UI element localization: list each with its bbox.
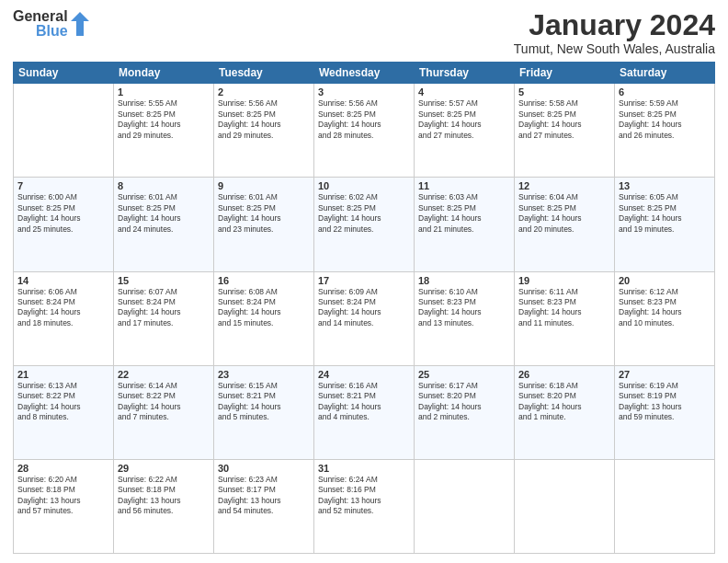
col-monday: Monday xyxy=(114,63,214,84)
table-cell: 7Sunrise: 6:00 AM Sunset: 8:25 PM Daylig… xyxy=(14,178,114,271)
table-cell: 27Sunrise: 6:19 AM Sunset: 8:19 PM Dayli… xyxy=(615,365,715,459)
cell-content: Sunrise: 6:00 AM Sunset: 8:25 PM Dayligh… xyxy=(17,192,109,235)
day-number: 19 xyxy=(518,275,610,286)
day-number: 14 xyxy=(17,275,109,286)
day-number: 30 xyxy=(218,463,310,474)
cell-content: Sunrise: 6:13 AM Sunset: 8:22 PM Dayligh… xyxy=(17,381,109,423)
table-cell: 21Sunrise: 6:13 AM Sunset: 8:22 PM Dayli… xyxy=(14,365,114,459)
table-cell: 3Sunrise: 5:56 AM Sunset: 8:25 PM Daylig… xyxy=(314,84,415,178)
cell-content: Sunrise: 6:08 AM Sunset: 8:24 PM Dayligh… xyxy=(218,287,310,329)
table-cell xyxy=(14,84,114,178)
table-cell: 18Sunrise: 6:10 AM Sunset: 8:23 PM Dayli… xyxy=(415,271,515,365)
cell-content: Sunrise: 5:55 AM Sunset: 8:25 PM Dayligh… xyxy=(118,98,210,141)
day-number: 24 xyxy=(318,369,410,380)
cell-content: Sunrise: 6:10 AM Sunset: 8:23 PM Dayligh… xyxy=(418,287,510,329)
table-cell: 22Sunrise: 6:14 AM Sunset: 8:22 PM Dayli… xyxy=(114,365,214,459)
month-year-title: January 2024 xyxy=(514,9,715,41)
table-cell: 10Sunrise: 6:02 AM Sunset: 8:25 PM Dayli… xyxy=(314,178,415,271)
day-number: 26 xyxy=(518,369,610,380)
table-cell: 12Sunrise: 6:04 AM Sunset: 8:25 PM Dayli… xyxy=(515,178,615,271)
day-number: 4 xyxy=(418,86,510,98)
day-number: 8 xyxy=(118,180,210,191)
table-cell: 1Sunrise: 5:55 AM Sunset: 8:25 PM Daylig… xyxy=(114,84,214,178)
cell-content: Sunrise: 6:20 AM Sunset: 8:18 PM Dayligh… xyxy=(17,475,109,517)
cell-content: Sunrise: 6:12 AM Sunset: 8:23 PM Dayligh… xyxy=(619,287,711,329)
table-cell: 16Sunrise: 6:08 AM Sunset: 8:24 PM Dayli… xyxy=(214,271,314,365)
day-number: 20 xyxy=(619,275,711,286)
cell-content: Sunrise: 6:01 AM Sunset: 8:25 PM Dayligh… xyxy=(118,192,210,235)
cell-content: Sunrise: 6:09 AM Sunset: 8:24 PM Dayligh… xyxy=(318,287,410,329)
cell-content: Sunrise: 6:01 AM Sunset: 8:25 PM Dayligh… xyxy=(218,192,310,235)
day-number: 13 xyxy=(619,180,711,191)
day-number: 12 xyxy=(518,180,610,191)
day-number: 5 xyxy=(518,86,610,98)
cell-content: Sunrise: 6:22 AM Sunset: 8:18 PM Dayligh… xyxy=(118,475,210,517)
table-cell: 19Sunrise: 6:11 AM Sunset: 8:23 PM Dayli… xyxy=(515,271,615,365)
table-cell: 23Sunrise: 6:15 AM Sunset: 8:21 PM Dayli… xyxy=(214,365,314,459)
cell-content: Sunrise: 6:23 AM Sunset: 8:17 PM Dayligh… xyxy=(218,475,310,517)
header: General Blue January 2024 Tumut, New Sou… xyxy=(13,9,715,56)
table-cell xyxy=(415,459,515,553)
table-cell: 31Sunrise: 6:24 AM Sunset: 8:16 PM Dayli… xyxy=(314,459,415,553)
svg-marker-0 xyxy=(71,12,89,36)
title-block: January 2024 Tumut, New South Wales, Aus… xyxy=(514,9,715,56)
table-cell: 14Sunrise: 6:06 AM Sunset: 8:24 PM Dayli… xyxy=(14,271,114,365)
cell-content: Sunrise: 6:17 AM Sunset: 8:20 PM Dayligh… xyxy=(418,381,510,423)
day-number: 16 xyxy=(218,275,310,286)
col-friday: Friday xyxy=(515,63,615,84)
calendar-week-row: 21Sunrise: 6:13 AM Sunset: 8:22 PM Dayli… xyxy=(14,365,715,459)
col-tuesday: Tuesday xyxy=(214,63,314,84)
table-cell: 6Sunrise: 5:59 AM Sunset: 8:25 PM Daylig… xyxy=(615,84,715,178)
table-cell: 20Sunrise: 6:12 AM Sunset: 8:23 PM Dayli… xyxy=(615,271,715,365)
table-cell xyxy=(615,459,715,553)
cell-content: Sunrise: 5:57 AM Sunset: 8:25 PM Dayligh… xyxy=(418,98,510,141)
cell-content: Sunrise: 6:04 AM Sunset: 8:25 PM Dayligh… xyxy=(518,192,610,235)
table-cell: 15Sunrise: 6:07 AM Sunset: 8:24 PM Dayli… xyxy=(114,271,214,365)
day-number: 22 xyxy=(118,369,210,380)
day-number: 27 xyxy=(619,369,711,380)
page: General Blue January 2024 Tumut, New Sou… xyxy=(0,0,728,563)
day-number: 9 xyxy=(218,180,310,191)
cell-content: Sunrise: 6:06 AM Sunset: 8:24 PM Dayligh… xyxy=(17,287,109,329)
cell-content: Sunrise: 6:07 AM Sunset: 8:24 PM Dayligh… xyxy=(118,287,210,329)
cell-content: Sunrise: 6:03 AM Sunset: 8:25 PM Dayligh… xyxy=(418,192,510,235)
table-cell: 4Sunrise: 5:57 AM Sunset: 8:25 PM Daylig… xyxy=(415,84,515,178)
day-number: 17 xyxy=(318,275,410,286)
cell-content: Sunrise: 6:02 AM Sunset: 8:25 PM Dayligh… xyxy=(318,192,410,235)
cell-content: Sunrise: 6:14 AM Sunset: 8:22 PM Dayligh… xyxy=(118,381,210,423)
cell-content: Sunrise: 6:05 AM Sunset: 8:25 PM Dayligh… xyxy=(619,192,711,235)
table-cell: 17Sunrise: 6:09 AM Sunset: 8:24 PM Dayli… xyxy=(314,271,415,365)
table-cell: 8Sunrise: 6:01 AM Sunset: 8:25 PM Daylig… xyxy=(114,178,214,271)
cell-content: Sunrise: 6:18 AM Sunset: 8:20 PM Dayligh… xyxy=(518,381,610,423)
day-number: 10 xyxy=(318,180,410,191)
day-number: 1 xyxy=(118,86,210,98)
day-number: 18 xyxy=(418,275,510,286)
table-cell: 11Sunrise: 6:03 AM Sunset: 8:25 PM Dayli… xyxy=(415,178,515,271)
table-cell: 5Sunrise: 5:58 AM Sunset: 8:25 PM Daylig… xyxy=(515,84,615,178)
day-number: 25 xyxy=(418,369,510,380)
cell-content: Sunrise: 6:19 AM Sunset: 8:19 PM Dayligh… xyxy=(619,381,711,423)
day-number: 3 xyxy=(318,86,410,98)
day-number: 6 xyxy=(619,86,711,98)
table-cell: 25Sunrise: 6:17 AM Sunset: 8:20 PM Dayli… xyxy=(415,365,515,459)
calendar-table: Sunday Monday Tuesday Wednesday Thursday… xyxy=(13,62,715,554)
cell-content: Sunrise: 5:56 AM Sunset: 8:25 PM Dayligh… xyxy=(318,98,410,141)
day-number: 15 xyxy=(118,275,210,286)
calendar-header-row: Sunday Monday Tuesday Wednesday Thursday… xyxy=(14,63,715,84)
table-cell: 2Sunrise: 5:56 AM Sunset: 8:25 PM Daylig… xyxy=(214,84,314,178)
cell-content: Sunrise: 6:11 AM Sunset: 8:23 PM Dayligh… xyxy=(518,287,610,329)
cell-content: Sunrise: 5:58 AM Sunset: 8:25 PM Dayligh… xyxy=(518,98,610,141)
table-cell: 26Sunrise: 6:18 AM Sunset: 8:20 PM Dayli… xyxy=(515,365,615,459)
day-number: 23 xyxy=(218,369,310,380)
calendar-week-row: 28Sunrise: 6:20 AM Sunset: 8:18 PM Dayli… xyxy=(14,459,715,553)
table-cell: 30Sunrise: 6:23 AM Sunset: 8:17 PM Dayli… xyxy=(214,459,314,553)
location-subtitle: Tumut, New South Wales, Australia xyxy=(514,41,715,56)
calendar-week-row: 14Sunrise: 6:06 AM Sunset: 8:24 PM Dayli… xyxy=(14,271,715,365)
day-number: 2 xyxy=(218,86,310,98)
calendar-week-row: 7Sunrise: 6:00 AM Sunset: 8:25 PM Daylig… xyxy=(14,178,715,271)
calendar-week-row: 1Sunrise: 5:55 AM Sunset: 8:25 PM Daylig… xyxy=(14,84,715,178)
logo-icon xyxy=(70,11,90,37)
cell-content: Sunrise: 5:56 AM Sunset: 8:25 PM Dayligh… xyxy=(218,98,310,141)
col-saturday: Saturday xyxy=(615,63,715,84)
col-thursday: Thursday xyxy=(415,63,515,84)
